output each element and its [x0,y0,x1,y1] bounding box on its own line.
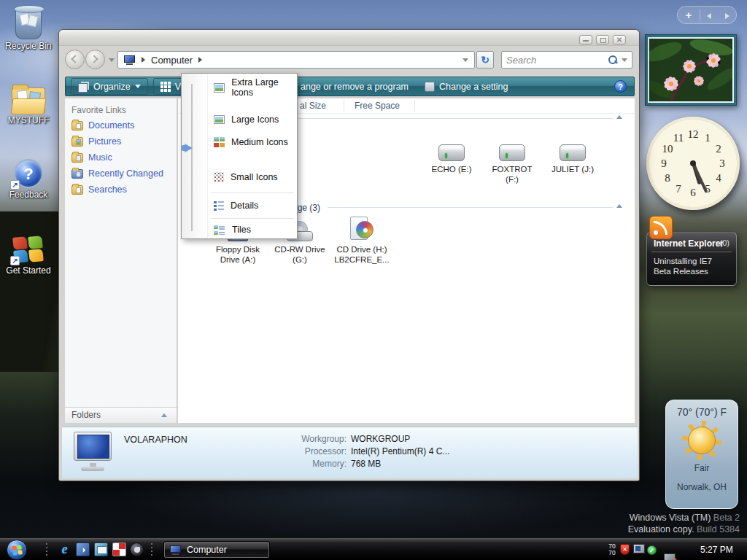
quicklaunch-internet-explorer-icon[interactable]: e [58,542,71,556]
computer-name: VOLARAPHON [124,435,187,445]
title-bar[interactable] [59,30,639,46]
sidebar-prev-button[interactable] [700,9,719,22]
recent-pages-dropdown[interactable] [109,58,115,62]
change-remove-program-button[interactable]: ange or remove a program [293,77,416,96]
menu-separator [211,218,294,219]
rss-gadget-title: Internet Explorer [654,238,729,249]
help-button[interactable]: ? [614,80,627,93]
menu-separator [211,192,294,193]
quicklaunch-media-player-icon[interactable] [130,542,144,556]
breadcrumb-arrow-icon[interactable] [142,57,145,63]
drive-juliet[interactable]: JULIET (J:) [542,136,603,174]
drive-echo[interactable]: ECHO (E:) [421,136,482,174]
refresh-button[interactable]: ↻ [476,51,494,69]
sidebar-item-music[interactable]: Music [71,152,112,163]
taskbar-clock[interactable]: 5:27 PM [700,545,733,555]
search-input[interactable] [506,55,608,66]
organize-button[interactable]: Organize [71,78,148,95]
search-icon[interactable] [608,55,617,64]
computer-icon [170,545,182,555]
clock-number: 12 [688,128,699,141]
breadcrumb-segment-computer[interactable]: Computer [151,55,193,66]
change-a-setting-button[interactable]: Change a setting [417,77,516,96]
taskbar-button-computer[interactable]: Computer [163,541,270,559]
address-dropdown-icon[interactable] [462,58,468,62]
close-button[interactable]: ✕ [613,35,626,44]
clock-number: 10 [662,143,673,155]
group-collapse-icon[interactable] [616,204,622,208]
maximize-button[interactable] [596,35,609,44]
desktop-icon-recycle-bin[interactable]: Recycle Bin [0,3,57,51]
quicklaunch-media-center-icon[interactable] [112,542,126,556]
weather-gadget[interactable]: 70° (70°) F Fair Norwalk, OH [665,400,738,509]
column-separator [414,100,415,112]
command-bar: Organize Views ange or remove a program … [65,77,635,96]
music-folder-icon [71,153,83,163]
address-breadcrumb[interactable]: Computer [117,51,475,69]
medium-icons-grid-icon [214,137,225,148]
forward-icon [90,55,98,63]
sidebar-item-pictures[interactable]: Pictures [71,136,121,147]
hard-drive-icon [560,144,586,161]
quick-launch-separator [150,542,155,557]
views-slider-rail [182,74,208,238]
views-slider-thumb[interactable] [185,144,193,152]
menu-item-small-icons[interactable]: Small Icons [211,170,294,184]
address-row: Computer ↻ [59,46,639,75]
small-icons-grid-icon [214,172,224,182]
rss-feed-icon[interactable] [649,216,673,239]
security-alert-icon[interactable]: ✕ [620,544,630,555]
sun-icon [682,421,721,460]
weather-condition: Fair [666,463,738,473]
clock-gadget[interactable]: 12 1 2 3 4 5 6 7 8 9 10 11 [646,117,740,210]
rss-headline[interactable]: Uninstalling IE7 Beta Releases [654,256,729,276]
clock-number: 1 [705,132,711,144]
tray-weather-icon[interactable]: 7070 [607,543,617,556]
menu-item-details[interactable]: Details [211,198,294,213]
breadcrumb-arrow-icon[interactable] [198,57,202,63]
quicklaunch-mail-icon[interactable] [94,542,108,556]
sidebar-controls: + [677,6,737,24]
sidebar-item-recently-changed[interactable]: Recently Changed [71,168,163,179]
maximize-icon [600,38,606,43]
group-collapse-icon[interactable] [616,115,622,119]
hard-drive-icon [438,144,465,161]
display-settings-icon[interactable] [633,544,645,553]
folders-bar[interactable]: Folders [65,407,177,423]
desktop-icon-feedback[interactable]: ? ↗ Feedback [0,152,57,200]
search-options-icon[interactable] [622,58,627,62]
screen: Recycle Bin MYSTUFF ? ↗ Feedback ↗ Get S… [0,0,747,560]
explorer-window: ✕ Computer ↻ Organ [58,29,640,481]
minimize-button[interactable] [579,35,592,44]
taskbar: e Computer 7070 ✕ ✓ 5:27 PM [0,538,747,560]
quicklaunch-window-switcher-icon[interactable] [76,542,90,556]
drive-cd-h[interactable]: CD Drive (H:)LB2CFRE_E... [331,214,392,265]
clock-number: 4 [716,172,721,184]
updates-ok-icon[interactable]: ✓ [647,545,657,555]
rss-gadget[interactable]: Internet Explorer (0) Uninstalling IE7 B… [646,232,737,286]
sidebar-item-documents[interactable]: Documents [71,120,134,131]
views-dropdown-menu: Extra Large Icons Large Icons Medium Ico… [181,73,298,239]
desktop-icon-get-started[interactable]: ↗ Get Started [0,228,57,276]
network-disconnected-icon[interactable] [664,553,676,560]
close-icon: ✕ [614,36,625,44]
sidebar-item-searches[interactable]: Searches [71,184,127,195]
desktop-icon-mystuff[interactable]: MYSTUFF [0,77,57,125]
views-icon [160,82,171,92]
start-button[interactable] [7,540,27,560]
menu-item-tiles[interactable]: Tiles [211,222,294,237]
setting-icon [425,82,435,92]
slideshow-gadget[interactable] [645,34,737,106]
menu-item-extra-large-icons[interactable]: Extra Large Icons [211,80,294,95]
cd-disc-icon [349,217,375,241]
column-header-total-size[interactable]: al Size [300,101,326,111]
forward-button[interactable] [85,50,105,69]
tiles-icon [214,225,225,235]
sidebar-next-button[interactable] [719,9,737,22]
drive-foxtrot[interactable]: FOXTROT(F:) [481,136,543,184]
column-header-free-space[interactable]: Free Space [355,101,400,111]
add-gadget-button[interactable]: + [678,7,700,23]
back-button[interactable] [65,50,85,69]
menu-item-large-icons[interactable]: Large Icons [211,112,294,127]
menu-item-medium-icons[interactable]: Medium Icons [211,135,294,149]
